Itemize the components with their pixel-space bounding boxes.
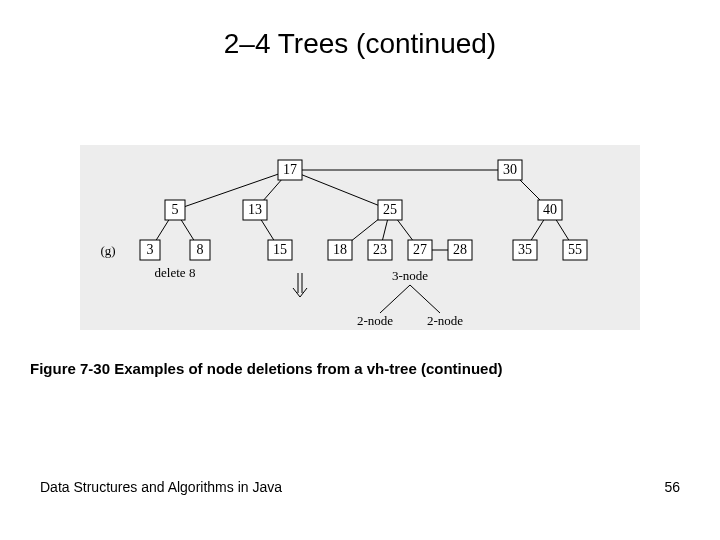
legend-2node-right: 2-node <box>427 313 463 328</box>
node-27: 27 <box>413 242 427 257</box>
tree-node: 27 <box>408 240 432 260</box>
node-28: 28 <box>453 242 467 257</box>
tree-node: 18 <box>328 240 352 260</box>
tree-node: 13 <box>243 200 267 220</box>
page-number: 56 <box>664 479 680 495</box>
tree-node: 30 <box>498 160 522 180</box>
page-title: 2–4 Trees (continued) <box>0 0 720 60</box>
svg-line-3 <box>290 170 390 210</box>
node-15: 15 <box>273 242 287 257</box>
tree-node: 3 <box>140 240 160 260</box>
footer-book-title: Data Structures and Algorithms in Java <box>40 479 282 495</box>
svg-line-31 <box>380 285 410 313</box>
node-5: 5 <box>172 202 179 217</box>
node-3: 3 <box>147 242 154 257</box>
tree-node: 40 <box>538 200 562 220</box>
node-25: 25 <box>383 202 397 217</box>
node-30: 30 <box>503 162 517 177</box>
action-label: delete 8 <box>155 265 196 280</box>
tree-node: 28 <box>448 240 472 260</box>
node-13: 13 <box>248 202 262 217</box>
tree-node: 15 <box>268 240 292 260</box>
node-40: 40 <box>543 202 557 217</box>
legend-2node-left: 2-node <box>357 313 393 328</box>
down-arrow-icon <box>293 273 307 297</box>
node-18: 18 <box>333 242 347 257</box>
tree-node: 23 <box>368 240 392 260</box>
panel-label: (g) <box>100 243 115 258</box>
figure-caption: Figure 7-30 Examples of node deletions f… <box>30 360 503 377</box>
tree-node: 55 <box>563 240 587 260</box>
legend-3node: 3-node <box>392 268 428 283</box>
node-35: 35 <box>518 242 532 257</box>
tree-node: 8 <box>190 240 210 260</box>
tree-node: 25 <box>378 200 402 220</box>
tree-node: 35 <box>513 240 537 260</box>
node-23: 23 <box>373 242 387 257</box>
tree-node: 5 <box>165 200 185 220</box>
figure-panel: 17 30 5 13 25 40 3 8 15 18 23 27 <box>80 145 640 330</box>
svg-line-32 <box>410 285 440 313</box>
node-17: 17 <box>283 162 297 177</box>
node-55: 55 <box>568 242 582 257</box>
node-8: 8 <box>197 242 204 257</box>
tree-node: 17 <box>278 160 302 180</box>
